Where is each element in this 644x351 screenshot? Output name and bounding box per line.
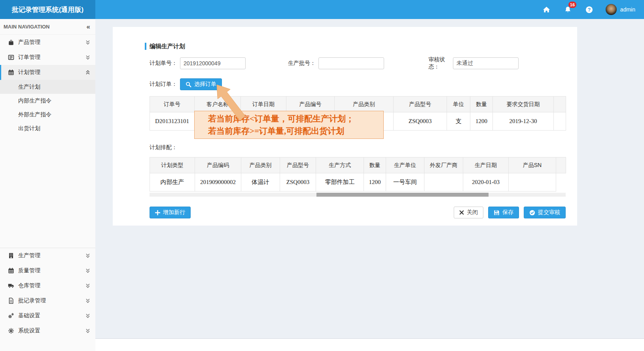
- table-header-cell: [554, 97, 566, 112]
- sidebar-item-production-management[interactable]: 生产管理: [0, 248, 95, 263]
- page-title: 编辑生产计划: [145, 43, 185, 50]
- table-header-cell: 生产方式: [316, 157, 364, 173]
- chevron-double-down-icon: [85, 55, 90, 60]
- review-status-field: 审核状态：: [428, 56, 519, 70]
- table-header-cell: 计划类型: [150, 157, 195, 173]
- cogs-icon: [8, 313, 14, 319]
- sidebar-item-batch-record-management[interactable]: 批记录管理: [0, 293, 95, 308]
- sidebar-subitem-internal-production-order[interactable]: 内部生产指令: [0, 94, 95, 108]
- sidebar-header-label: MAIN NAVIGATION: [4, 24, 50, 30]
- table-cell: 201909000002: [195, 173, 241, 192]
- chevron-double-down-icon: [85, 298, 90, 304]
- top-navbar: 批记录管理系统(通用版) 16 ? admin: [0, 0, 644, 19]
- sidebar-item-warehouse-management[interactable]: 仓库管理: [0, 278, 95, 293]
- sidebar-item-quality-management[interactable]: 质量管理: [0, 263, 95, 278]
- table-cell: [509, 173, 556, 192]
- sidebar-collapse-icon[interactable]: «: [87, 23, 90, 31]
- svg-text:?: ?: [588, 6, 591, 12]
- table-header-cell: 产品型号: [280, 157, 316, 173]
- sidebar-item-label: 系统设置: [18, 327, 85, 334]
- list-icon: [8, 54, 14, 61]
- sidebar-item-plan-management[interactable]: 计划管理: [0, 65, 95, 80]
- close-icon: [459, 210, 464, 215]
- table-header-cell: 产品编号: [286, 97, 335, 112]
- scrollbar-thumb[interactable]: [316, 193, 489, 197]
- app-logo[interactable]: 批记录管理系统(通用版): [0, 0, 95, 19]
- table-header-cell: 外发厂产商: [424, 157, 463, 173]
- sidebar-item-basic-settings[interactable]: 基础设置: [0, 308, 95, 323]
- sidebar-subitem-production-plan[interactable]: 生产计划: [0, 80, 95, 94]
- notifications-button[interactable]: 16: [563, 4, 573, 15]
- table-header-cell: 数量: [470, 97, 493, 112]
- user-menu[interactable]: admin: [606, 4, 635, 15]
- sidebar-item-product-management[interactable]: 产品管理: [0, 35, 95, 50]
- plan-number-input[interactable]: [180, 57, 246, 69]
- sidebar-subitem-label: 生产计划: [18, 83, 40, 91]
- building-icon: [8, 252, 14, 259]
- check-circle-icon: [529, 210, 535, 216]
- chevron-double-down-icon: [85, 328, 90, 334]
- sidebar-item-label: 仓库管理: [18, 282, 85, 289]
- table-header-cell: 产品类别: [241, 157, 280, 173]
- plus-icon: [155, 210, 160, 215]
- cog-icon: [8, 328, 14, 334]
- table-cell: 2019-12-30: [493, 112, 554, 131]
- table-cell: D2013123101: [150, 112, 195, 131]
- calendar-icon: [8, 268, 14, 274]
- table-header-cell: 产品型号: [394, 97, 447, 112]
- table-cell: 1200: [470, 112, 493, 131]
- save-icon: [494, 210, 500, 216]
- add-row-button[interactable]: 增加新行: [150, 207, 191, 218]
- help-button[interactable]: ?: [584, 4, 595, 15]
- table-header-cell: 单位: [447, 97, 470, 112]
- sidebar-item-label: 计划管理: [18, 69, 85, 76]
- table-cell: 内部生产: [150, 173, 195, 192]
- sidebar-item-system-settings[interactable]: 系统设置: [0, 323, 95, 338]
- sidebar-item-label: 订单管理: [18, 54, 85, 61]
- sidebar-item-order-management[interactable]: 订单管理: [0, 50, 95, 65]
- table-cell: 一号车间: [386, 173, 424, 192]
- table-cell: [554, 112, 566, 131]
- sidebar-item-label: 质量管理: [18, 267, 85, 274]
- sidebar-subitem-label: 外部生产指令: [18, 111, 51, 118]
- edit-plan-panel: 编辑生产计划 计划单号： 生产批号： 审核状态： 计划订单：: [113, 27, 577, 226]
- sidebar-item-label: 批记录管理: [18, 297, 85, 304]
- plan-number-label: 计划单号：: [150, 60, 180, 67]
- submit-review-button[interactable]: 提交审核: [524, 207, 566, 218]
- calendar-icon: [8, 69, 14, 76]
- save-button[interactable]: 保存: [488, 207, 519, 218]
- annotation-arrow-icon: [209, 85, 248, 122]
- table-cell: 2020-01-03: [463, 173, 509, 192]
- actions-row: 增加新行 关闭 保存: [150, 207, 566, 218]
- home-button[interactable]: [542, 4, 552, 15]
- table-cell: ZSQ0003: [280, 173, 316, 192]
- sidebar-item-label: 产品管理: [18, 39, 85, 46]
- review-status-label: 审核状态：: [428, 56, 453, 70]
- horizontal-scrollbar[interactable]: [150, 193, 566, 197]
- table-cell: 支: [447, 112, 470, 131]
- sidebar-subitem-external-production-order[interactable]: 外部生产指令: [0, 108, 95, 121]
- table-cell: 零部件加工: [316, 173, 364, 192]
- review-status-input[interactable]: [453, 57, 519, 69]
- table-header-cell: 订单号: [150, 97, 195, 112]
- plan-table: 计划类型产品编码产品类别产品型号生产方式数量生产单位外发厂产商生产日期产品SN …: [150, 157, 566, 192]
- table-cell: 体温计: [241, 173, 280, 192]
- avatar: [606, 4, 617, 15]
- table-header-cell: 要求交货日期: [493, 97, 554, 112]
- home-icon: [543, 6, 550, 13]
- chevron-double-down-icon: [85, 283, 90, 288]
- sidebar-subitem-label: 出货计划: [18, 125, 40, 132]
- plan-assign-label: 计划排配：: [150, 144, 566, 151]
- sidebar-header: MAIN NAVIGATION «: [0, 19, 95, 35]
- close-button[interactable]: 关闭: [454, 207, 483, 218]
- username: admin: [620, 6, 635, 13]
- close-button-label: 关闭: [467, 209, 478, 216]
- question-icon: ?: [585, 6, 593, 13]
- chevron-double-down-icon: [85, 40, 90, 45]
- table-header-cell: 生产单位: [386, 157, 424, 173]
- sidebar-subitem-shipment-plan[interactable]: 出货计划: [0, 121, 95, 135]
- file-text-icon: [8, 298, 14, 304]
- main-content: 编辑生产计划 计划单号： 生产批号： 审核状态： 计划订单：: [95, 19, 644, 351]
- chevron-double-up-icon: [85, 70, 90, 75]
- production-batch-input[interactable]: [318, 57, 384, 69]
